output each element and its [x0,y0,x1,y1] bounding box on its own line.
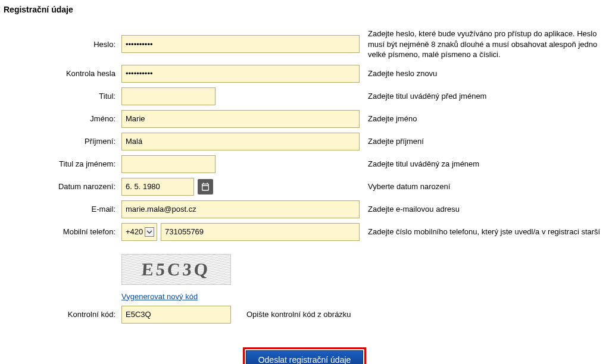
label-prijmeni: Příjmení: [2,137,121,146]
registration-form: Heslo: Zadejte heslo, které bude využívá… [2,29,607,364]
help-prijmeni: Zadejte příjmení [360,136,607,147]
email-input[interactable] [121,200,360,218]
help-kod: Opište kontrolní kód z obrázku [246,310,351,319]
jmeno-input[interactable] [121,110,360,128]
chevron-down-icon [145,227,154,237]
mobil-input[interactable] [161,223,360,241]
regenerate-captcha-link[interactable]: Vygenerovat nový kód [121,292,198,301]
calendar-icon[interactable] [198,179,213,194]
submit-button[interactable]: Odeslat registrační údaje [246,350,364,364]
kontrola-input[interactable] [121,65,360,83]
label-email: E-mail: [2,205,121,214]
label-mobil: Mobilní telefon: [2,227,121,236]
help-kontrola: Zadejte heslo znovu [360,68,607,79]
phone-prefix-select[interactable]: +420 [121,223,157,241]
help-email: Zadejte e-mailovou adresu [360,204,607,215]
prijmeni-input[interactable] [121,133,360,150]
help-mobil: Zadejte číslo mobilního telefonu, který … [360,227,607,237]
help-datum: Vyberte datum narození [360,181,607,192]
heslo-input[interactable] [121,35,360,53]
label-titul: Titul: [2,92,121,101]
phone-prefix-value: +420 [126,227,143,236]
submit-highlight: Odeslat registrační údaje [243,347,367,364]
titul-za-input[interactable] [121,155,216,173]
help-titul-za: Zadejte titul uváděný za jménem [360,159,607,170]
label-heslo: Heslo: [2,40,121,49]
label-titul-za: Titul za jménem: [2,159,121,168]
help-jmeno: Zadejte jméno [360,114,607,124]
page-title: Registrační údaje [4,5,607,14]
titul-input[interactable] [121,87,216,105]
captcha-text: E5C3Q [141,259,211,280]
help-heslo: Zadejte heslo, které bude využíváno pro … [360,29,607,60]
label-datum: Datum narození: [2,182,121,191]
captcha-image: E5C3Q [121,254,231,285]
label-kod: Kontrolní kód: [2,310,121,319]
kod-input[interactable] [121,306,231,324]
help-titul: Zadejte titul uváděný před jménem [360,91,607,102]
datum-input[interactable] [121,178,194,196]
label-kontrola: Kontrola hesla [2,69,121,78]
label-jmeno: Jméno: [2,114,121,123]
